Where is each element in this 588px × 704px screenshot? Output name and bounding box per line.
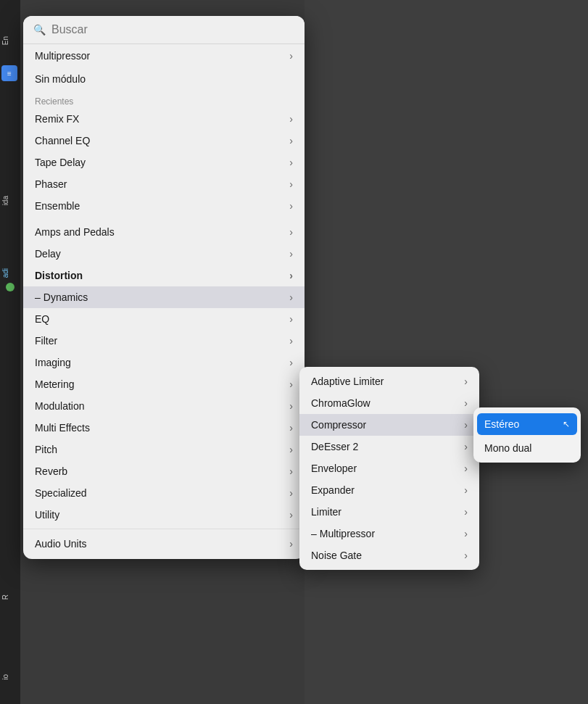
chevron-icon: ›: [289, 200, 293, 212]
chevron-icon: ›: [289, 157, 293, 168]
chevron-icon: ›: [289, 335, 293, 347]
menu-item-specialized[interactable]: Specialized ›: [23, 482, 305, 504]
menu-item-utility[interactable]: Utility ›: [23, 504, 305, 526]
chevron-icon: ›: [289, 538, 293, 550]
sub-menu-item-adaptive-limiter[interactable]: Adaptive Limiter ›: [299, 370, 479, 392]
menu-item-eq[interactable]: EQ ›: [23, 308, 305, 330]
multipressor-dash: –: [311, 528, 317, 539]
chevron-icon: ›: [464, 528, 468, 539]
menu-item-reverb[interactable]: Reverb ›: [23, 460, 305, 482]
chevron-icon: ›: [464, 463, 468, 474]
chevron-icon: ›: [464, 441, 468, 452]
dynamics-dash: –: [35, 291, 41, 303]
chevron-icon: ›: [289, 357, 293, 368]
cursor-indicator: ↖: [563, 419, 570, 429]
chevron-icon: ›: [464, 506, 468, 518]
recientes-header: Recientes: [23, 94, 305, 108]
option-mono-dual[interactable]: Mono dual: [473, 437, 581, 459]
sub-menu-item-enveloper[interactable]: Enveloper ›: [299, 457, 479, 479]
track-label-en: En: [1, 36, 9, 45]
sub-menu-item-chromaglow[interactable]: ChromaGlow ›: [299, 392, 479, 414]
chevron-icon: ›: [464, 484, 468, 496]
search-bar[interactable]: 🔍: [23, 16, 305, 44]
track-blue-btn: ≡: [1, 65, 17, 81]
menu-item-modulation[interactable]: Modulation ›: [23, 395, 305, 417]
right-area: [305, 0, 588, 704]
menu-item-phaser[interactable]: Phaser ›: [23, 173, 305, 195]
chevron-icon: ›: [464, 397, 468, 409]
menu-item-channel-eq[interactable]: Channel EQ ›: [23, 130, 305, 152]
menu-item-metering[interactable]: Metering ›: [23, 373, 305, 395]
option-estereo[interactable]: Estéreo ↖: [477, 413, 577, 435]
menu-item-multipressor[interactable]: Multipressor ›: [23, 44, 305, 67]
chevron-icon: ›: [289, 444, 293, 455]
chevron-icon: ›: [289, 178, 293, 190]
menu-item-tape-delay[interactable]: Tape Delay ›: [23, 152, 305, 173]
track-green-circle: [6, 283, 15, 291]
sub-menu-item-multipressor[interactable]: –Multipressor ›: [299, 523, 479, 544]
chevron-icon: ›: [289, 422, 293, 434]
menu-item-amps-and-pedals[interactable]: Amps and Pedals ›: [23, 221, 305, 243]
chevron-icon: ›: [289, 226, 293, 238]
menu-item-sin-modulo[interactable]: Sin módulo: [23, 67, 305, 91]
sub-menu-item-compressor[interactable]: Compressor ›: [299, 414, 479, 436]
menu-item-distortion[interactable]: Distortion ›: [23, 265, 305, 286]
track-label-io: io: [1, 674, 9, 680]
menu-item-delay[interactable]: Delay ›: [23, 243, 305, 265]
menu-item-remix-fx[interactable]: Remix FX ›: [23, 108, 305, 130]
chevron-icon: ›: [289, 50, 293, 62]
menu-item-pitch[interactable]: Pitch ›: [23, 439, 305, 460]
sub-menu-item-expander[interactable]: Expander ›: [299, 479, 479, 501]
menu-item-audio-units[interactable]: Audio Units ›: [23, 533, 305, 555]
track-label-r: R: [1, 595, 9, 600]
search-input[interactable]: [51, 23, 294, 36]
chevron-icon: ›: [289, 135, 293, 146]
chevron-icon: ›: [464, 376, 468, 387]
compressor-submenu-panel: Estéreo ↖ Mono dual: [473, 407, 581, 463]
chevron-icon: ›: [289, 291, 293, 303]
chevron-icon: ›: [289, 487, 293, 499]
search-icon: 🔍: [33, 24, 46, 36]
sub-menu-item-noise-gate[interactable]: Noise Gate ›: [299, 544, 479, 566]
chevron-icon: ›: [289, 313, 293, 325]
chevron-icon: ›: [289, 509, 293, 521]
chevron-icon: ›: [289, 270, 293, 281]
track-label-adi: adi: [1, 268, 9, 278]
chevron-icon: ›: [289, 400, 293, 412]
chevron-icon: ›: [289, 113, 293, 125]
sub-menu-item-limiter[interactable]: Limiter ›: [299, 501, 479, 523]
menu-item-filter[interactable]: Filter ›: [23, 330, 305, 352]
menu-item-dynamics[interactable]: –Dynamics ›: [23, 286, 305, 308]
menu-item-ensemble[interactable]: Ensemble ›: [23, 195, 305, 217]
menu-item-imaging[interactable]: Imaging ›: [23, 352, 305, 373]
chevron-icon: ›: [289, 378, 293, 390]
track-label-vida: ida: [1, 196, 9, 205]
chevron-icon: ›: [464, 419, 468, 431]
menu-item-multi-effects[interactable]: Multi Effects ›: [23, 417, 305, 439]
sub-menu-item-deesser2[interactable]: DeEsser 2 ›: [299, 436, 479, 457]
dynamics-submenu-panel: Adaptive Limiter › ChromaGlow › Compress…: [299, 367, 479, 570]
chevron-icon: ›: [464, 550, 468, 561]
chevron-icon: ›: [289, 248, 293, 260]
main-menu-panel: 🔍 Multipressor › Sin módulo Recientes Re…: [23, 16, 305, 559]
chevron-icon: ›: [289, 465, 293, 477]
